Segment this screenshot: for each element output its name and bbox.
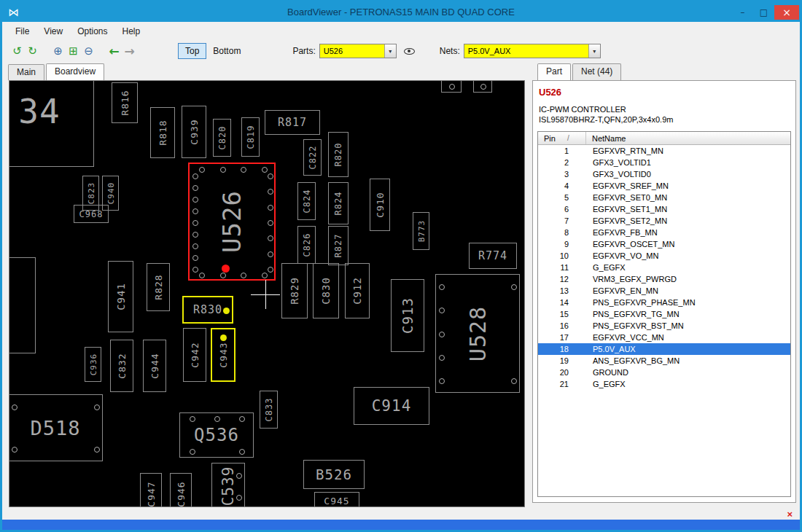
- component-r818[interactable]: R818: [150, 107, 175, 158]
- component-partial[interactable]: [473, 80, 492, 93]
- component-c830[interactable]: C830: [313, 263, 339, 318]
- component-r820[interactable]: R820: [328, 132, 349, 177]
- component-c947[interactable]: C947: [140, 473, 162, 507]
- close-button[interactable]: ×: [774, 5, 799, 20]
- part-package: ISL95870BHRZ-T,QFN,20P,3x4x0.9m: [539, 114, 791, 125]
- board-canvas[interactable]: 34R816R818C939C820C819R817C822R820C824R8…: [9, 80, 525, 507]
- net-name: EGFXVR_VCC_MN: [586, 332, 664, 343]
- component-r829[interactable]: R829: [281, 263, 308, 318]
- menu-help[interactable]: Help: [115, 23, 148, 39]
- nets-dropdown-arrow-icon[interactable]: ▾: [588, 44, 600, 58]
- zoom-fit-icon[interactable]: ⊞: [66, 44, 81, 59]
- menu-file[interactable]: File: [8, 23, 36, 39]
- pin-circle: [239, 416, 245, 422]
- pin-row-17[interactable]: 17EGFXVR_VCC_MN: [538, 332, 790, 343]
- component-c941[interactable]: C941: [108, 261, 133, 332]
- tab-part[interactable]: Part: [537, 63, 571, 80]
- net-name: G_EGFX: [586, 262, 626, 273]
- component-q536[interactable]: Q536: [179, 412, 254, 458]
- error-x-icon[interactable]: ×: [787, 509, 793, 519]
- component-c833[interactable]: C833: [260, 391, 278, 429]
- component-r828[interactable]: R828: [147, 263, 170, 311]
- component-u528[interactable]: U528: [435, 274, 520, 393]
- back-arrow-icon[interactable]: ←: [106, 44, 122, 59]
- component-c913[interactable]: C913: [391, 279, 424, 352]
- pin-row-12[interactable]: 12VRM3_EGFX_PWRGD: [538, 273, 790, 285]
- component-c819[interactable]: C819: [241, 117, 260, 157]
- pin-row-19[interactable]: 19ANS_EGFXVR_BG_MN: [538, 355, 790, 367]
- component-d518[interactable]: D518: [9, 394, 103, 461]
- bottom-side-button[interactable]: Bottom: [206, 44, 247, 58]
- component-c946[interactable]: C946: [170, 473, 192, 507]
- pin-row-10[interactable]: 10EGFXVR_VO_MN: [538, 250, 790, 262]
- pin-row-18[interactable]: 18P5.0V_AUX: [538, 343, 790, 355]
- component-34[interactable]: 34: [9, 80, 94, 167]
- pin-row-11[interactable]: 11G_EGFX: [538, 262, 790, 273]
- rotate-cw-icon[interactable]: ↻: [25, 44, 40, 59]
- pin-circle: [268, 205, 273, 211]
- component-c539[interactable]: C539: [211, 463, 245, 507]
- pin-row-20[interactable]: 20GROUND: [538, 367, 790, 378]
- net-name: PNS_EGFXVR_BST_MN: [586, 320, 684, 332]
- component-partial[interactable]: [9, 257, 36, 353]
- pin-row-2[interactable]: 2GFX3_VOLTID1: [538, 157, 790, 168]
- component-c945[interactable]: C945: [314, 492, 359, 507]
- pin-number: 18: [538, 343, 586, 355]
- nets-combobox[interactable]: P5.0V_AUX ▾: [464, 44, 601, 58]
- pin-row-14[interactable]: 14PNS_EGFXVR_PHASE_MN: [538, 297, 790, 308]
- tab-main[interactable]: Main: [8, 64, 44, 80]
- part-visibility-eye-icon[interactable]: [402, 44, 418, 58]
- component-c914[interactable]: C914: [354, 387, 429, 425]
- component-r817[interactable]: R817: [265, 110, 320, 135]
- pin-row-6[interactable]: 6EGFXVR_SET1_MN: [538, 203, 790, 215]
- column-pin[interactable]: Pin/: [538, 132, 586, 144]
- component-u526[interactable]: U526: [188, 163, 276, 281]
- forward-arrow-icon[interactable]: →: [122, 44, 137, 59]
- pin-row-7[interactable]: 7EGFXVR_SET2_MN: [538, 215, 790, 227]
- pin-row-3[interactable]: 3GFX3_VOLTID0: [538, 168, 790, 180]
- pin-row-16[interactable]: 16PNS_EGFXVR_BST_MN: [538, 320, 790, 332]
- pin-row-21[interactable]: 21G_EGFX: [538, 378, 790, 390]
- menu-options[interactable]: Options: [70, 23, 114, 39]
- component-c944[interactable]: C944: [143, 340, 166, 392]
- component-c912[interactable]: C912: [345, 263, 370, 318]
- minimize-button[interactable]: –: [732, 5, 753, 20]
- menu-view[interactable]: View: [36, 23, 70, 39]
- tab-net[interactable]: Net (44): [572, 63, 621, 80]
- component-b773[interactable]: B773: [413, 212, 429, 250]
- component-r774[interactable]: R774: [469, 243, 517, 269]
- column-netname[interactable]: NetName: [586, 134, 626, 143]
- component-label: B773: [416, 220, 426, 243]
- component-c820[interactable]: C820: [213, 119, 231, 157]
- component-partial[interactable]: [441, 80, 462, 93]
- component-c936[interactable]: C936: [85, 347, 101, 382]
- parts-dropdown-arrow-icon[interactable]: ▾: [384, 44, 396, 58]
- component-c826[interactable]: C826: [297, 226, 316, 264]
- component-c968[interactable]: C968: [74, 205, 109, 223]
- zoom-in-icon[interactable]: ⊕: [50, 44, 66, 59]
- pin-row-8[interactable]: 8EGFXVR_FB_MN: [538, 227, 790, 238]
- pin-row-5[interactable]: 5EGFXVR_SET0_MN: [538, 192, 790, 203]
- component-c824[interactable]: C824: [297, 182, 316, 220]
- component-c832[interactable]: C832: [110, 340, 133, 392]
- component-label: R818: [157, 120, 168, 145]
- pin-row-9[interactable]: 9EGFXVR_OSCET_MN: [538, 238, 790, 250]
- maximize-button[interactable]: □: [753, 5, 774, 20]
- component-c942[interactable]: C942: [183, 328, 206, 382]
- component-c939[interactable]: C939: [182, 106, 206, 158]
- component-c910[interactable]: C910: [370, 179, 390, 231]
- pin-row-13[interactable]: 13EGFXVR_EN_MN: [538, 285, 790, 297]
- pin-row-4[interactable]: 4EGFXVR_SREF_MN: [538, 180, 790, 192]
- component-r827[interactable]: R827: [328, 226, 349, 265]
- zoom-out-icon[interactable]: ⊖: [81, 44, 96, 59]
- component-b526[interactable]: B526: [303, 460, 365, 489]
- component-r816[interactable]: R816: [112, 82, 138, 123]
- top-side-button[interactable]: Top: [178, 43, 206, 59]
- pin-row-1[interactable]: 1EGFXVR_RTN_MN: [538, 145, 790, 157]
- rotate-ccw-icon[interactable]: ↺: [9, 44, 25, 59]
- component-r824[interactable]: R824: [328, 182, 349, 224]
- pin-row-15[interactable]: 15PNS_EGFXVR_TG_MN: [538, 308, 790, 320]
- parts-combobox[interactable]: U526 ▾: [319, 44, 397, 58]
- tab-boardview[interactable]: Boardview: [46, 63, 104, 80]
- component-c822[interactable]: C822: [303, 139, 322, 176]
